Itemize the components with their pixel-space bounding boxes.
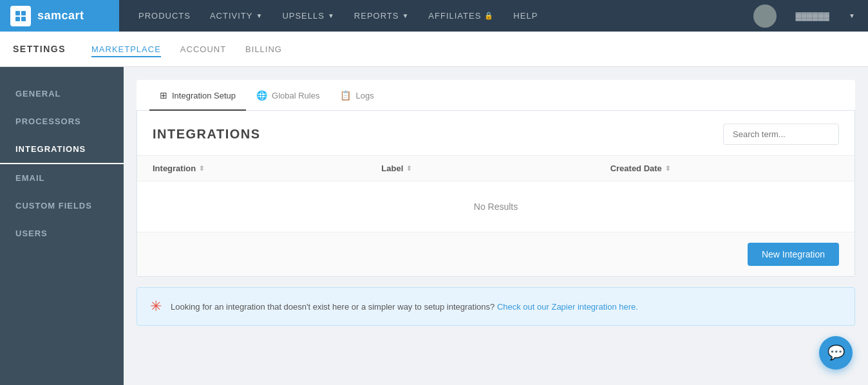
sort-created-icon: ⇕ <box>665 165 670 172</box>
nav-reports[interactable]: REPORTS ▼ <box>354 8 410 24</box>
nav-affiliates[interactable]: AFFILIATES 🔒 <box>428 8 494 24</box>
nav-activity[interactable]: ACTIVITY ▼ <box>210 8 263 24</box>
sort-integration-icon: ⇕ <box>199 165 204 172</box>
sidebar: GENERAL PROCESSORS INTEGRATIONS EMAIL CU… <box>0 67 124 385</box>
integration-setup-icon: ⊞ <box>160 90 167 100</box>
svg-rect-2 <box>15 17 20 21</box>
user-name: ▓▓▓▓▓▓ <box>796 12 830 21</box>
chat-icon: 💬 <box>827 344 845 361</box>
zapier-link[interactable]: Check out our Zapier integration here. <box>497 302 638 312</box>
sidebar-item-processors[interactable]: PROCESSORS <box>0 108 124 135</box>
zapier-icon: ✳ <box>150 298 162 315</box>
logo-text: samcart <box>37 9 84 23</box>
sidebar-item-custom-fields[interactable]: CUSTOM FIELDS <box>0 192 124 220</box>
sidebar-item-users[interactable]: USERS <box>0 220 124 247</box>
col-header-created-date[interactable]: Created Date ⇕ <box>610 164 839 173</box>
table-footer: New Integration <box>137 232 854 276</box>
main-layout: GENERAL PROCESSORS INTEGRATIONS EMAIL CU… <box>0 67 868 385</box>
table-header: Integration ⇕ Label ⇕ Created Date ⇕ <box>137 155 854 182</box>
tab-marketplace[interactable]: MARKETPLACE <box>91 41 161 57</box>
integrations-header: INTEGRATIONS <box>137 111 854 155</box>
svg-rect-1 <box>21 11 26 15</box>
tab-logs[interactable]: 📋 Logs <box>330 80 384 111</box>
activity-arrow-icon: ▼ <box>256 12 263 19</box>
table-body: No Results <box>137 182 854 232</box>
reports-arrow-icon: ▼ <box>402 12 409 19</box>
zapier-text: Looking for an integration that doesn't … <box>171 302 638 312</box>
col-header-integration[interactable]: Integration ⇕ <box>153 164 381 173</box>
settings-bar: SETTINGS MARKETPLACE ACCOUNT BILLING <box>0 32 868 67</box>
sidebar-item-general[interactable]: GENERAL <box>0 80 124 108</box>
integrations-panel: INTEGRATIONS Integration ⇕ Label ⇕ Creat… <box>137 111 855 277</box>
tab-account[interactable]: ACCOUNT <box>180 41 226 57</box>
top-nav: samcart PRODUCTS ACTIVITY ▼ UPSELLS ▼ RE… <box>0 0 868 32</box>
settings-title: SETTINGS <box>13 44 66 54</box>
svg-rect-3 <box>21 17 26 21</box>
sidebar-item-integrations[interactable]: INTEGRATIONS <box>0 135 124 164</box>
no-results-text: No Results <box>474 202 518 212</box>
tab-global-rules[interactable]: 🌐 Global Rules <box>246 80 330 111</box>
search-input[interactable] <box>723 124 839 145</box>
upsells-arrow-icon: ▼ <box>328 12 335 19</box>
main-content: ⊞ Integration Setup 🌐 Global Rules 📋 Log… <box>124 67 868 385</box>
chat-button[interactable]: 💬 <box>819 336 853 370</box>
global-rules-icon: 🌐 <box>256 90 267 100</box>
new-integration-button[interactable]: New Integration <box>748 243 839 266</box>
logo-area[interactable]: samcart <box>0 0 119 32</box>
sort-label-icon: ⇕ <box>406 165 411 172</box>
user-avatar[interactable] <box>753 5 777 28</box>
svg-rect-0 <box>15 11 20 15</box>
nav-upsells[interactable]: UPSELLS ▼ <box>282 8 334 24</box>
logo-icon <box>10 6 31 26</box>
lock-icon: 🔒 <box>484 12 494 20</box>
logs-icon: 📋 <box>340 90 351 100</box>
col-header-label[interactable]: Label ⇕ <box>381 164 610 173</box>
tab-bar: ⊞ Integration Setup 🌐 Global Rules 📋 Log… <box>137 80 855 111</box>
user-dropdown-icon[interactable]: ▼ <box>849 12 855 19</box>
zapier-notice: ✳ Looking for an integration that doesn'… <box>137 287 855 326</box>
sidebar-item-email[interactable]: EMAIL <box>0 164 124 192</box>
nav-products[interactable]: PRODUCTS <box>138 8 191 24</box>
tab-billing[interactable]: BILLING <box>245 41 282 57</box>
tab-integration-setup[interactable]: ⊞ Integration Setup <box>149 80 246 111</box>
nav-help[interactable]: HELP <box>513 8 538 24</box>
integrations-title: INTEGRATIONS <box>153 127 261 142</box>
